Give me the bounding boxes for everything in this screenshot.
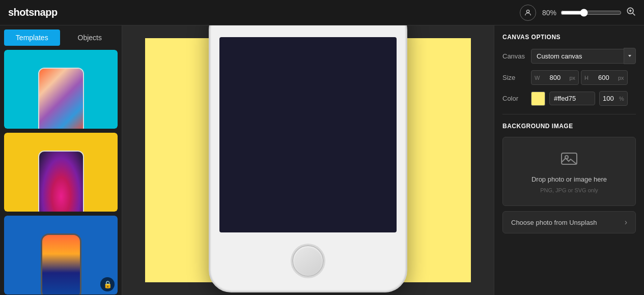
color-swatch[interactable] bbox=[531, 92, 545, 106]
main: Templates Objects bbox=[0, 25, 644, 295]
list-item[interactable]: 🔒 bbox=[4, 216, 118, 294]
canvas-select-arrow[interactable] bbox=[624, 48, 636, 64]
phone-mockup-3 bbox=[41, 233, 81, 294]
height-suffix: px bbox=[617, 75, 627, 81]
canvas-options-title: CANVAS OPTIONS bbox=[502, 34, 636, 41]
height-prefix: H bbox=[581, 75, 591, 81]
template-thumb-3[interactable]: 🔒 bbox=[4, 216, 118, 294]
sidebar-tabs: Templates Objects bbox=[0, 25, 122, 50]
width-input[interactable] bbox=[542, 71, 568, 84]
iphone-canvas bbox=[209, 25, 407, 292]
phone-screen-modern bbox=[42, 235, 80, 294]
user-icon[interactable] bbox=[520, 5, 536, 21]
sidebar: Templates Objects bbox=[0, 25, 122, 295]
iphone-home-button bbox=[292, 245, 324, 277]
phone-screen-smoke bbox=[39, 152, 83, 212]
svg-point-0 bbox=[526, 10, 529, 12]
right-panel: CANVAS OPTIONS Canvas Custom canvas Size bbox=[494, 25, 644, 295]
unsplash-label: Choose photo from Unsplash bbox=[511, 219, 597, 226]
unsplash-button[interactable]: Choose photo from Unsplash › bbox=[502, 211, 636, 233]
iphone-screen bbox=[219, 37, 397, 232]
zoom-in-icon[interactable] bbox=[626, 6, 636, 19]
color-row: Color % bbox=[502, 91, 636, 106]
logo: shotsnapp bbox=[8, 7, 58, 18]
sidebar-scroll[interactable]: 🔒 bbox=[0, 50, 122, 295]
height-input[interactable] bbox=[591, 71, 617, 84]
phone-mockup-2 bbox=[38, 151, 84, 212]
iphone-side-btn-left bbox=[209, 60, 210, 78]
chevron-right-icon: › bbox=[625, 218, 627, 227]
drop-sublabel: PNG, JPG or SVG only bbox=[540, 187, 598, 193]
svg-line-2 bbox=[633, 13, 635, 16]
zoom-label: 80% bbox=[542, 9, 556, 17]
template-thumb-2[interactable] bbox=[4, 133, 118, 212]
iphone-body bbox=[209, 25, 407, 292]
canvas-area: Your image here bbox=[122, 25, 494, 295]
template-thumb-1[interactable] bbox=[4, 50, 118, 129]
phone-screen-colorful bbox=[39, 69, 83, 129]
zoom-area: 80% bbox=[542, 6, 636, 19]
tab-objects[interactable]: Objects bbox=[62, 29, 118, 46]
lock-badge: 🔒 bbox=[100, 277, 115, 291]
list-item[interactable] bbox=[4, 50, 118, 129]
canvas-content: Your image here bbox=[145, 38, 471, 282]
canvas-select[interactable]: Custom canvas bbox=[531, 49, 626, 64]
width-prefix: W bbox=[531, 75, 542, 81]
drop-label: Drop photo or image here bbox=[531, 175, 607, 183]
color-hex-input[interactable] bbox=[549, 92, 595, 105]
height-input-wrap: H px bbox=[581, 70, 628, 85]
size-inputs: W px H px bbox=[531, 70, 636, 85]
tab-templates[interactable]: Templates bbox=[4, 29, 60, 46]
opacity-suffix: % bbox=[619, 96, 627, 102]
canvas-label: Canvas bbox=[502, 52, 527, 60]
bg-image-title: BACKGROUND IMAGE bbox=[502, 123, 636, 130]
iphone-side-btn-right bbox=[406, 70, 407, 103]
phone-mockup-1 bbox=[38, 68, 84, 129]
list-item[interactable] bbox=[4, 133, 118, 212]
width-input-wrap: W px bbox=[531, 70, 579, 85]
opacity-input[interactable] bbox=[600, 92, 619, 105]
iphone-side-btn-left2 bbox=[209, 83, 210, 111]
color-inputs: % bbox=[531, 91, 636, 106]
canvas-row: Canvas Custom canvas bbox=[502, 48, 636, 64]
divider bbox=[502, 114, 636, 114]
width-suffix: px bbox=[568, 75, 578, 81]
size-label: Size bbox=[502, 74, 527, 81]
size-row: Size W px H px bbox=[502, 70, 636, 85]
header: shotsnapp 80% bbox=[0, 0, 644, 25]
header-right: 80% bbox=[520, 5, 636, 21]
opacity-wrap: % bbox=[599, 91, 628, 106]
color-label: Color bbox=[502, 95, 527, 102]
image-upload-icon bbox=[560, 150, 578, 171]
bg-image-drop-zone[interactable]: Drop photo or image here PNG, JPG or SVG… bbox=[502, 137, 636, 206]
zoom-slider[interactable] bbox=[561, 9, 622, 17]
